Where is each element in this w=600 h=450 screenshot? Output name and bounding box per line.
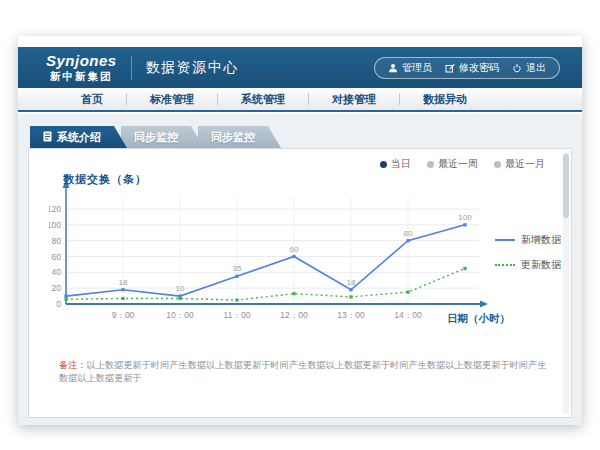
footnote-prefix: 备注：: [59, 360, 87, 370]
line-chart: 0204060801001209：0010：0011：0012：0013：001…: [49, 171, 529, 331]
svg-text:12：00: 12：00: [280, 310, 308, 320]
logout-button[interactable]: 退出: [512, 61, 546, 75]
tab-system-intro[interactable]: 系统介绍: [30, 126, 127, 148]
chart-y-axis-title: 数据交换（条）: [63, 172, 147, 187]
svg-text:0: 0: [56, 299, 61, 309]
app-header: Synjones 新中新集团 数据资源中心 管理员 修改密码 退出: [18, 47, 582, 88]
footnote: 备注：以上数据更新于时间产生数据以上数据更新于时间产生数据以上数据更新于时间产生…: [59, 359, 549, 384]
legend-item-new-data[interactable]: 新增数据: [495, 233, 561, 247]
change-password-button[interactable]: 修改密码: [445, 61, 499, 75]
dotted-line-swatch: [495, 264, 515, 266]
logout-label: 退出: [526, 61, 546, 75]
svg-text:14：00: 14：00: [394, 310, 422, 320]
header-divider: [131, 56, 132, 80]
svg-text:35: 35: [233, 264, 242, 273]
filter-last-week[interactable]: 最近一周: [427, 157, 478, 171]
chart-panel: 当日 最近一周 最近一月 数据交换（条） 0204060801001209：00…: [28, 148, 572, 418]
tab-label: 同步监控: [211, 130, 255, 145]
panel-scrollbar[interactable]: [563, 152, 569, 414]
filter-last-month[interactable]: 最近一月: [494, 157, 545, 171]
brand-logo-cn: 新中新集团: [46, 71, 117, 82]
solid-line-swatch: [495, 239, 515, 241]
brand-logo-en: Synjones: [46, 53, 117, 68]
svg-text:40: 40: [52, 267, 62, 277]
svg-text:9：00: 9：00: [112, 310, 135, 320]
filter-last-month-label: 最近一月: [505, 157, 545, 171]
legend-label: 新增数据: [521, 233, 561, 247]
radio-dot: [380, 161, 387, 168]
nav-item-data-change[interactable]: 数据异动: [400, 92, 490, 107]
user-menu-admin[interactable]: 管理员: [388, 61, 432, 75]
legend-label: 更新数据: [521, 258, 561, 272]
scrollbar-thumb[interactable]: [563, 154, 569, 218]
svg-text:80: 80: [404, 229, 413, 238]
svg-text:18: 18: [119, 278, 128, 287]
svg-text:10：00: 10：00: [166, 310, 194, 320]
filter-today-label: 当日: [391, 157, 411, 171]
svg-text:100: 100: [49, 220, 61, 230]
nav-item-home[interactable]: 首页: [58, 92, 126, 107]
user-toolbar: 管理员 修改密码 退出: [374, 57, 560, 79]
svg-text:80: 80: [52, 236, 62, 246]
footnote-text: 以上数据更新于时间产生数据以上数据更新于时间产生数据以上数据更新于时间产生数据以…: [59, 360, 547, 383]
app-window: Synjones 新中新集团 数据资源中心 管理员 修改密码 退出 首页 标准管…: [18, 36, 582, 425]
chart-legend: 新增数据 更新数据: [495, 233, 561, 283]
document-icon: [43, 131, 52, 144]
radio-dot: [427, 161, 434, 168]
tab-sync-monitor-1[interactable]: 同步监控: [121, 126, 204, 148]
tab-sync-monitor-2[interactable]: 同步监控: [198, 126, 281, 148]
time-range-filters: 当日 最近一周 最近一月: [380, 157, 545, 171]
legend-item-updated-data[interactable]: 更新数据: [495, 258, 561, 272]
content-area: 系统介绍 同步监控 同步监控 当日 最近一周: [18, 114, 582, 425]
nav-item-interface-mgmt[interactable]: 对接管理: [309, 92, 399, 107]
radio-dot: [494, 161, 501, 168]
tab-bar: 系统介绍 同步监控 同步监控: [30, 126, 275, 148]
user-menu-admin-label: 管理员: [402, 61, 432, 75]
main-nav: 首页 标准管理 系统管理 对接管理 数据异动: [18, 88, 582, 112]
svg-text:18: 18: [347, 278, 356, 287]
svg-text:10: 10: [176, 284, 185, 293]
svg-text:100: 100: [458, 213, 472, 222]
svg-text:60: 60: [52, 252, 62, 262]
svg-text:日期（小时）: 日期（小时）: [447, 312, 510, 325]
edit-icon: [445, 63, 455, 73]
nav-item-standard-mgmt[interactable]: 标准管理: [127, 92, 217, 107]
svg-text:60: 60: [290, 245, 299, 254]
user-icon: [388, 63, 398, 73]
svg-text:11：00: 11：00: [224, 310, 251, 320]
nav-item-system-mgmt[interactable]: 系统管理: [218, 92, 308, 107]
page-title: 数据资源中心: [146, 59, 239, 77]
filter-last-week-label: 最近一周: [438, 157, 478, 171]
tab-label: 同步监控: [134, 130, 178, 145]
filter-today[interactable]: 当日: [380, 157, 411, 171]
svg-text:13：00: 13：00: [337, 310, 365, 320]
power-icon: [512, 63, 522, 73]
brand-logo[interactable]: Synjones 新中新集团: [46, 53, 117, 82]
tab-label: 系统介绍: [57, 130, 101, 145]
change-password-label: 修改密码: [459, 61, 499, 75]
svg-text:20: 20: [52, 283, 62, 293]
svg-text:120: 120: [49, 204, 61, 214]
